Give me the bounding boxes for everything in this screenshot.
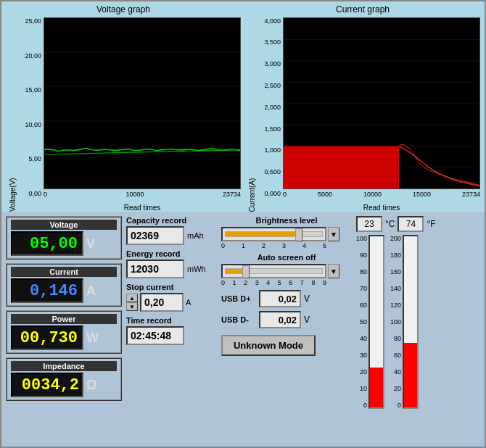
center-panel: Brightness level ▼ 0 1 2 3 4 5 (221, 216, 352, 442)
auto-screen-labels: 0 1 2 3 4 5 6 7 8 9 (221, 279, 326, 286)
impedance-meter: Impedance 0034,2 Ω (6, 357, 122, 401)
usb-dplus-row: USB D+ 0,02 V (221, 290, 352, 307)
power-label: Power (11, 314, 117, 324)
unknown-mode-button[interactable]: Unknown Mode (221, 335, 316, 356)
fahrenheit-thermo: 200 180 160 140 120 100 80 60 40 20 0 (390, 235, 419, 409)
current-graph-title: Current graph (245, 4, 480, 17)
stop-current-up-btn[interactable]: ▲ (126, 294, 138, 302)
voltage-meter: Voltage 05,00 V (6, 216, 122, 260)
celsius-thermo-bar (368, 235, 384, 409)
usb-dminus-row: USB D- 0,02 V (221, 311, 352, 328)
thermometers-row: 100 90 80 70 60 50 40 30 20 10 0 (356, 235, 440, 409)
fahrenheit-fill (404, 343, 417, 407)
voltage-x-axis: 0 10000 23734 (44, 189, 241, 204)
brightness-labels: 0 1 2 3 4 5 (221, 242, 326, 249)
current-graph-panel: Current graph Current(A) 4,000 3,500 3,0… (245, 4, 480, 212)
usb-dplus-display: 0,02 (259, 290, 301, 307)
power-meter: Power 00,730 W (6, 310, 122, 354)
celsius-scale: 100 90 80 70 60 50 40 30 20 10 0 (356, 235, 367, 409)
current-y-axis: 4,000 3,500 3,000 2,500 2,000 1,500 1,00… (257, 17, 283, 212)
auto-screen-dropdown[interactable]: ▼ (328, 264, 339, 278)
energy-unit: mWh (187, 265, 206, 273)
power-unit: W (86, 331, 99, 346)
fahrenheit-input[interactable]: 74 (398, 216, 424, 232)
voltage-ylabel: Voltage(V) (6, 17, 17, 212)
voltage-display: 05,00 (11, 231, 83, 256)
time-record: Time record 02:45:48 (126, 316, 217, 345)
voltage-graph-title: Voltage graph (6, 4, 241, 17)
current-x-axis: 0 5000 10000 15000 23734 (283, 189, 480, 204)
stop-label: Stop current (126, 283, 217, 291)
energy-display: 12030 (126, 260, 184, 278)
voltage-label: Voltage (11, 220, 117, 230)
fahrenheit-scale: 200 180 160 140 120 100 80 60 40 20 0 (390, 235, 401, 409)
capacity-record: Capacity record 02369 mAh (126, 216, 217, 245)
temp-inputs-row: 23 °C 74 °F (356, 216, 440, 232)
fahrenheit-thermo-bar (403, 235, 419, 409)
voltage-xlabel: Read times (44, 204, 241, 212)
brightness-section: Brightness level ▼ 0 1 2 3 4 5 (221, 216, 352, 249)
voltage-unit: V (86, 236, 95, 252)
capacity-label: Capacity record (126, 216, 217, 225)
controls-section: Voltage 05,00 V Current 0,146 A Power 00… (1, 212, 485, 447)
impedance-label: Impedance (11, 361, 117, 371)
usb-dplus-unit: V (304, 294, 310, 304)
power-display: 00,730 (11, 325, 83, 350)
stop-unit: A (186, 298, 191, 307)
voltage-graph-panel: Voltage graph Voltage(V) 25,00 20,00 15,… (6, 4, 241, 212)
usb-dminus-unit: V (304, 315, 310, 325)
temperature-panel: 23 °C 74 °F 100 90 80 70 60 50 40 (356, 216, 440, 442)
current-graph-svg (284, 18, 479, 188)
usb-dplus-label: USB D+ (221, 294, 256, 303)
auto-screen-title: Auto screen off (221, 253, 352, 262)
impedance-display: 0034,2 (11, 373, 83, 397)
current-xlabel: Read times (283, 204, 480, 212)
energy-label: Energy record (126, 249, 217, 258)
current-display: 0,146 (11, 278, 83, 303)
celsius-fill (370, 368, 383, 407)
time-label: Time record (126, 316, 217, 325)
brightness-slider[interactable] (221, 227, 326, 241)
current-unit: A (86, 283, 96, 299)
energy-record: Energy record 12030 mWh (126, 249, 217, 278)
stop-display: 0,20 (140, 293, 184, 312)
current-ylabel: Current(A) (245, 17, 257, 212)
capacity-display: 02369 (126, 226, 184, 245)
usb-dminus-label: USB D- (221, 315, 256, 324)
brightness-title: Brightness level (221, 216, 352, 225)
current-meter: Current 0,146 A (6, 263, 122, 307)
voltage-graph-svg (44, 18, 240, 188)
records-panel: Capacity record 02369 mAh Energy record … (126, 216, 217, 442)
auto-screen-section: Auto screen off ▼ 0 1 2 3 4 5 (221, 253, 352, 286)
stop-current-down-btn[interactable]: ▼ (126, 302, 138, 311)
celsius-unit: °C (385, 219, 395, 229)
time-display: 02:45:48 (126, 326, 184, 345)
main-container: Voltage graph Voltage(V) 25,00 20,00 15,… (0, 0, 486, 448)
current-label: Current (11, 267, 117, 277)
celsius-thermo: 100 90 80 70 60 50 40 30 20 10 0 (356, 235, 384, 409)
svg-rect-11 (284, 146, 399, 188)
brightness-dropdown[interactable]: ▼ (328, 227, 339, 241)
auto-screen-slider[interactable] (221, 264, 326, 278)
meters-panel: Voltage 05,00 V Current 0,146 A Power 00… (6, 216, 122, 442)
fahrenheit-unit: °F (427, 219, 435, 229)
voltage-y-axis: 25,00 20,00 15,00 10,00 5,00 0,00 (17, 17, 44, 212)
usb-dminus-display: 0,02 (259, 311, 301, 328)
stop-current-record: Stop current ▲ ▼ 0,20 A (126, 283, 217, 312)
capacity-unit: mAh (187, 231, 204, 240)
impedance-unit: Ω (86, 378, 96, 393)
celsius-input[interactable]: 23 (356, 216, 382, 232)
